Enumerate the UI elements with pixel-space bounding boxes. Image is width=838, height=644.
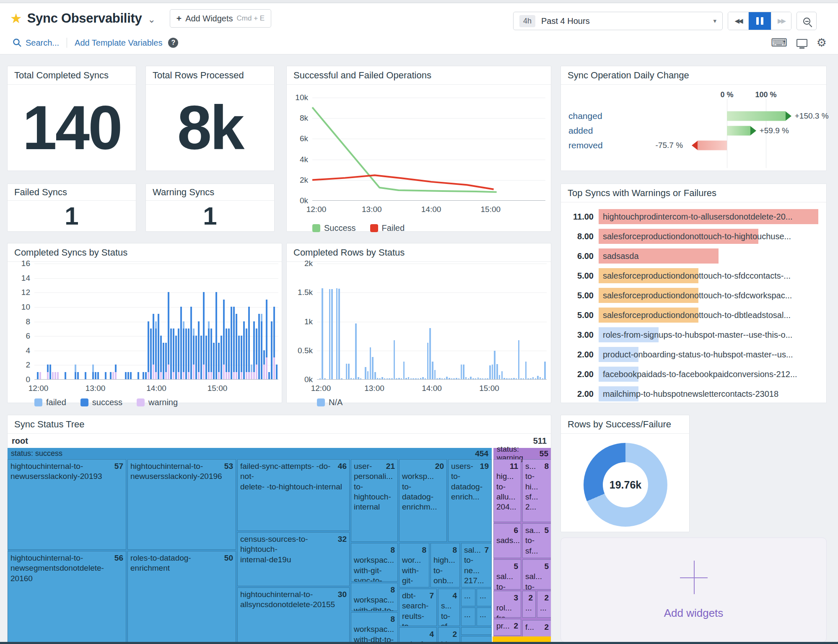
stacked-bar[interactable] <box>203 292 205 379</box>
stacked-bar[interactable] <box>185 328 187 379</box>
rows-bar[interactable] <box>413 378 414 379</box>
stacked-bar[interactable] <box>52 372 54 379</box>
rows-bar[interactable] <box>453 378 455 379</box>
widget-completed-syncs-by-status[interactable]: Completed Syncs by Status 02468101214161… <box>7 243 282 403</box>
rows-bar[interactable] <box>439 378 441 380</box>
rows-bar[interactable] <box>527 378 529 379</box>
treemap-tile[interactable]: 32census-sources-to-hightouch- internal-… <box>237 532 350 586</box>
search-input[interactable]: Search... <box>13 38 59 48</box>
stacked-bar[interactable] <box>125 372 127 379</box>
rows-bar[interactable] <box>358 377 359 379</box>
stacked-bar[interactable] <box>127 372 129 379</box>
rows-bar[interactable] <box>432 362 433 379</box>
stacked-bar[interactable] <box>241 336 242 379</box>
rows-bar[interactable] <box>346 364 348 379</box>
treemap-tile[interactable]: 19users-to- datadog- enrich... <box>448 459 492 542</box>
treemap-root-row[interactable]: root 511 <box>8 434 551 448</box>
stacked-bar[interactable] <box>266 300 267 379</box>
favorite-star-icon[interactable]: ★ <box>10 10 22 26</box>
rows-bar[interactable] <box>429 328 431 379</box>
rows-bar[interactable] <box>458 378 460 379</box>
stacked-bar[interactable] <box>112 372 114 379</box>
stacked-bar[interactable] <box>95 372 96 379</box>
rows-bar[interactable] <box>449 378 450 379</box>
stacked-bar[interactable] <box>92 365 94 379</box>
rows-bar[interactable] <box>511 378 512 379</box>
stacked-bar[interactable] <box>238 336 240 379</box>
widget-sync-operation-daily-change[interactable]: Sync Operation Daily Change 0 %100 %chan… <box>560 66 827 171</box>
stacked-bar[interactable] <box>195 336 197 379</box>
top-sync-row[interactable]: 2.00facebookpaidads-to-facebookpaidconve… <box>561 366 822 383</box>
treemap-tile[interactable]: ... ... <box>477 608 492 626</box>
treemap-tile[interactable]: 6sads... <box>493 523 521 558</box>
stacked-bar[interactable] <box>97 372 99 379</box>
add-widgets-dropzone[interactable]: Add widgets <box>560 538 827 642</box>
rows-bar[interactable] <box>446 377 448 379</box>
stacked-bar[interactable] <box>263 350 265 379</box>
rows-bar[interactable] <box>451 378 453 379</box>
rows-bar[interactable] <box>520 378 522 379</box>
top-sync-row[interactable]: 5.00salesforceproductiondonottouch-to-sf… <box>561 287 822 304</box>
rows-bar[interactable] <box>391 378 393 379</box>
rows-bar[interactable] <box>530 378 532 379</box>
stacked-bar[interactable] <box>148 321 149 379</box>
rows-bar[interactable] <box>532 377 534 380</box>
stacked-bar[interactable] <box>85 372 86 379</box>
rows-bar[interactable] <box>480 378 481 379</box>
rows-bar[interactable] <box>405 378 407 380</box>
treemap-tile[interactable]: 21user- personali... to- hightouch- inte… <box>351 459 398 542</box>
widget-warning-syncs[interactable]: Warning Syncs 1 <box>145 184 275 232</box>
rows-bar[interactable] <box>436 378 438 379</box>
stacked-bar[interactable] <box>198 321 200 379</box>
rows-bar[interactable] <box>379 378 381 379</box>
rows-bar[interactable] <box>341 378 342 379</box>
rows-bar[interactable] <box>472 378 474 379</box>
stacked-bar[interactable] <box>160 336 162 379</box>
keyboard-shortcuts-icon[interactable]: ⌨ <box>771 36 787 49</box>
rows-bar[interactable] <box>518 340 520 379</box>
stacked-bar[interactable] <box>236 314 237 379</box>
stacked-bar[interactable] <box>37 372 39 379</box>
stacked-bar[interactable] <box>65 372 66 379</box>
rows-bar[interactable] <box>422 377 424 379</box>
change-row-label[interactable]: removed <box>568 140 603 150</box>
widget-total-completed-syncs[interactable]: Total Completed Syncs 140 <box>7 66 136 171</box>
rows-bar[interactable] <box>544 362 546 379</box>
stacked-bar[interactable] <box>228 328 230 379</box>
stacked-bar[interactable] <box>57 372 59 379</box>
rows-bar[interactable] <box>506 378 508 379</box>
stacked-bar[interactable] <box>183 321 184 379</box>
rows-bar[interactable] <box>420 378 422 379</box>
stacked-bar[interactable] <box>193 328 195 379</box>
stacked-bar[interactable] <box>258 314 260 379</box>
rows-bar[interactable] <box>338 289 340 379</box>
rows-bar[interactable] <box>394 340 395 379</box>
add-template-variables-link[interactable]: Add Template Variables <box>75 38 162 48</box>
stacked-bar[interactable] <box>110 372 112 379</box>
time-range-picker[interactable]: 4h Past 4 Hours ▾ <box>513 12 723 30</box>
top-sync-row[interactable]: 8.00salesforceproductiondonottouch-to-hi… <box>561 228 822 245</box>
treemap-tile[interactable]: 56hightouchinternal-to- newsegmentsdonot… <box>8 551 126 644</box>
zoom-out-button[interactable] <box>796 12 817 30</box>
rows-bar[interactable] <box>427 343 429 379</box>
rows-bar[interactable] <box>513 378 515 380</box>
treemap-tile[interactable] <box>461 627 492 635</box>
rows-bar[interactable] <box>494 351 496 379</box>
stacked-bar[interactable] <box>210 328 212 379</box>
treemap-tile[interactable]: 11hig... to- allu... 204... <box>493 459 521 522</box>
treemap-group-header[interactable]: status: success454 <box>8 448 492 459</box>
treemap-tile[interactable]: 8high... to- onb... 21222 <box>431 543 460 587</box>
rows-bar[interactable] <box>381 377 383 379</box>
stacked-bar[interactable] <box>271 321 272 380</box>
rows-bar[interactable] <box>441 378 443 379</box>
rows-bar[interactable] <box>418 378 419 379</box>
treemap-tile[interactable]: 4salesfor... <box>399 627 437 644</box>
treemap-tile[interactable]: 5sa... to- sf... <box>522 523 551 558</box>
legend-item[interactable]: Failed <box>370 223 405 233</box>
rewind-button[interactable]: ◀◀ <box>728 12 748 30</box>
stacked-bar[interactable] <box>150 328 152 379</box>
rows-bar[interactable] <box>475 378 477 379</box>
stacked-bar[interactable] <box>153 314 154 379</box>
rows-bar[interactable] <box>523 378 524 379</box>
rows-bar[interactable] <box>398 378 400 380</box>
